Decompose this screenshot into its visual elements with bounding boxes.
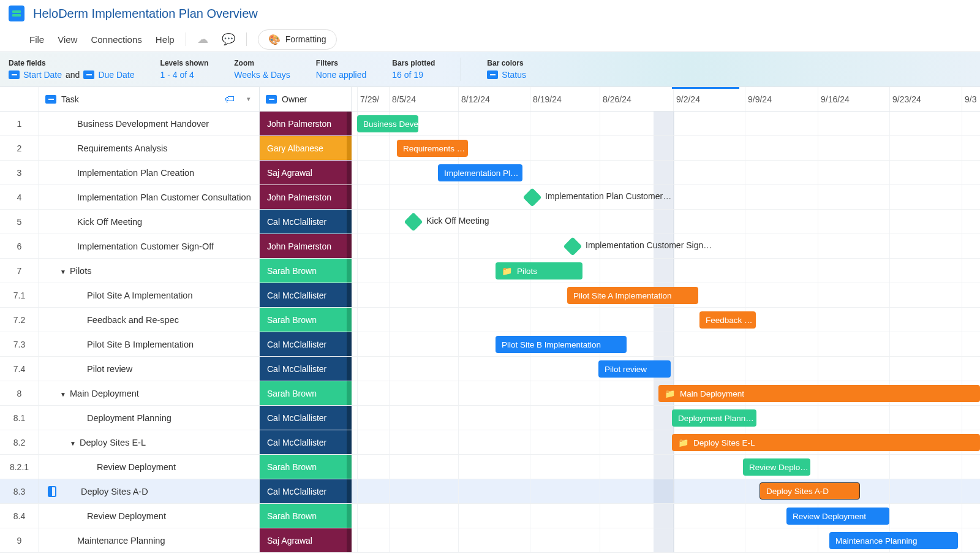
- timeline-cell[interactable]: Implementation Plan Customer…: [352, 185, 980, 209]
- expand-caret-icon[interactable]: ▼: [60, 268, 66, 275]
- timeline-cell[interactable]: Review Deplo…: [352, 455, 980, 479]
- task-cell[interactable]: Feedback and Re-spec: [39, 308, 260, 332]
- timeline-cell[interactable]: 📁Deploy Sites E-L: [352, 430, 980, 454]
- task-cell[interactable]: Requirements Analysis: [39, 136, 260, 160]
- gantt-bar[interactable]: Deployment Plann…: [672, 409, 756, 427]
- row[interactable]: 7▼PilotsSarah Brown📁Pilots: [0, 259, 980, 283]
- timeline-cell[interactable]: 📁Main Deployment: [352, 381, 980, 405]
- owner-cell[interactable]: Sarah Brown: [260, 381, 352, 405]
- gantt-bar[interactable]: Pilot review: [598, 360, 671, 378]
- gantt-bar[interactable]: Review Deplo…: [743, 458, 810, 476]
- owner-cell[interactable]: Sarah Brown: [260, 455, 352, 479]
- chat-icon[interactable]: 💬: [222, 32, 235, 46]
- owner-cell[interactable]: John Palmerston: [260, 112, 352, 135]
- tb-bars[interactable]: Bars plotted 16 of 19: [392, 59, 435, 80]
- gantt-bar[interactable]: Requirements …: [397, 140, 468, 157]
- row[interactable]: 5Kick Off MeetingCal McClallisterKick Of…: [0, 210, 980, 234]
- owner-cell[interactable]: John Palmerston: [260, 185, 352, 209]
- row[interactable]: 8▼Main DeploymentSarah Brown📁Main Deploy…: [0, 381, 980, 406]
- row[interactable]: 4Implementation Plan Customer Consultati…: [0, 185, 980, 210]
- timeline-cell[interactable]: Requirements …: [352, 136, 980, 160]
- owner-cell[interactable]: Sarah Brown: [260, 259, 352, 283]
- task-cell[interactable]: Business Development Handover: [39, 112, 260, 135]
- timeline-cell[interactable]: Business Deve…: [352, 112, 980, 135]
- timeline-cell[interactable]: Pilot Site A Implementation: [352, 283, 980, 307]
- timeline-cell[interactable]: Implementation Customer Sign…: [352, 234, 980, 258]
- tb-zoom[interactable]: Zoom Weeks & Days: [234, 59, 290, 80]
- tb-bar-colors[interactable]: Bar colors Status: [487, 59, 526, 80]
- gantt-bar[interactable]: Pilot Site A Implementation: [567, 287, 698, 304]
- task-cell[interactable]: Deploy Sites A-D: [39, 479, 260, 503]
- menu-file[interactable]: File: [29, 34, 44, 45]
- gantt-bar[interactable]: Implementation Pl…: [438, 164, 522, 181]
- gantt-bar[interactable]: 📁Pilots: [496, 262, 582, 280]
- task-cell[interactable]: Implementation Plan Creation: [39, 161, 260, 184]
- formatting-button[interactable]: 🎨 Formatting: [258, 29, 337, 50]
- row[interactable]: 6Implementation Customer Sign-OffJohn Pa…: [0, 234, 980, 259]
- task-cell[interactable]: ▼Pilots: [39, 259, 260, 283]
- timeline-cell[interactable]: Maintenance Planning: [352, 528, 980, 552]
- owner-cell[interactable]: Cal McClallister: [260, 357, 352, 381]
- row[interactable]: 9Maintenance PlanningSaj AgrawalMaintena…: [0, 528, 980, 553]
- timeline-cell[interactable]: Feedback …: [352, 308, 980, 332]
- tb-levels[interactable]: Levels shown 1 - 4 of 4: [160, 59, 209, 80]
- owner-cell[interactable]: Saj Agrawal: [260, 161, 352, 184]
- gantt-bar[interactable]: Feedback …: [699, 311, 756, 329]
- owner-cell[interactable]: Cal McClallister: [260, 210, 352, 234]
- owner-cell[interactable]: Cal McClallister: [260, 406, 352, 430]
- row[interactable]: 3Implementation Plan CreationSaj Agrawal…: [0, 161, 980, 185]
- row[interactable]: 7.1Pilot Site A ImplementationCal McClal…: [0, 283, 980, 308]
- gantt-bar[interactable]: 📁Deploy Sites E-L: [672, 434, 980, 451]
- task-cell[interactable]: Implementation Customer Sign-Off: [39, 234, 260, 258]
- gantt-bar[interactable]: Pilot Site B Implementation: [496, 336, 627, 353]
- timeline-cell[interactable]: Implementation Pl…: [352, 161, 980, 184]
- dropdown-icon[interactable]: ▾: [247, 95, 251, 103]
- cloud-icon[interactable]: ☁: [197, 32, 208, 46]
- timeline-cell[interactable]: Deploy Sites A-D: [352, 479, 980, 503]
- gantt-bar[interactable]: 📁Main Deployment: [658, 385, 980, 402]
- milestone-diamond[interactable]: [522, 188, 541, 207]
- task-cell[interactable]: Pilot review: [39, 357, 260, 381]
- tb-date-fields[interactable]: Date fields Start Date and Due Date: [9, 59, 135, 80]
- task-cell[interactable]: Maintenance Planning: [39, 528, 260, 552]
- gantt-bar[interactable]: Maintenance Planning: [829, 532, 958, 549]
- task-cell[interactable]: Pilot Site A Implementation: [39, 283, 260, 307]
- row[interactable]: 2Requirements AnalysisGary AlbaneseRequi…: [0, 136, 980, 161]
- task-cell[interactable]: ▼Main Deployment: [39, 381, 260, 405]
- milestone-diamond[interactable]: [563, 237, 582, 256]
- col-owner-header[interactable]: Owner: [260, 87, 352, 111]
- task-cell[interactable]: Kick Off Meeting: [39, 210, 260, 234]
- task-cell[interactable]: Review Deployment: [39, 455, 260, 479]
- owner-cell[interactable]: Cal McClallister: [260, 283, 352, 307]
- tb-filters[interactable]: Filters None applied: [316, 59, 367, 80]
- menu-connections[interactable]: Connections: [91, 34, 141, 45]
- row[interactable]: 7.3Pilot Site B ImplementationCal McClal…: [0, 332, 980, 357]
- row[interactable]: 8.3Deploy Sites A-DCal McClallisterDeplo…: [0, 479, 980, 504]
- milestone-diamond[interactable]: [404, 212, 423, 231]
- owner-cell[interactable]: Gary Albanese: [260, 136, 352, 160]
- timeline-header[interactable]: 7/29/8/5/248/12/248/19/248/26/249/2/249/…: [352, 87, 980, 111]
- timeline-cell[interactable]: 📁Pilots: [352, 259, 980, 283]
- expand-caret-icon[interactable]: ▼: [60, 391, 66, 398]
- row[interactable]: 8.2.1Review DeploymentSarah BrownReview …: [0, 455, 980, 479]
- task-cell[interactable]: Deployment Planning: [39, 406, 260, 430]
- owner-cell[interactable]: Sarah Brown: [260, 308, 352, 332]
- row[interactable]: 1Business Development HandoverJohn Palme…: [0, 112, 980, 136]
- owner-cell[interactable]: Cal McClallister: [260, 332, 352, 356]
- menu-help[interactable]: Help: [156, 34, 175, 45]
- owner-cell[interactable]: Cal McClallister: [260, 430, 352, 454]
- timeline-cell[interactable]: Deployment Plann…: [352, 406, 980, 430]
- expand-caret-icon[interactable]: ▼: [70, 440, 76, 447]
- task-cell[interactable]: Pilot Site B Implementation: [39, 332, 260, 356]
- timeline-cell[interactable]: Pilot review: [352, 357, 980, 381]
- task-cell[interactable]: Review Deployment: [39, 504, 260, 528]
- owner-cell[interactable]: John Palmerston: [260, 234, 352, 258]
- owner-cell[interactable]: Sarah Brown: [260, 504, 352, 528]
- task-cell[interactable]: Implementation Plan Customer Consultatio…: [39, 185, 260, 209]
- gantt-bar[interactable]: Deploy Sites A-D: [760, 482, 860, 500]
- owner-cell[interactable]: Saj Agrawal: [260, 528, 352, 552]
- timeline-cell[interactable]: Kick Off Meeting: [352, 210, 980, 234]
- row[interactable]: 7.4Pilot reviewCal McClallisterPilot rev…: [0, 357, 980, 381]
- row[interactable]: 8.1Deployment PlanningCal McClallisterDe…: [0, 406, 980, 430]
- task-cell[interactable]: ▼Deploy Sites E-L: [39, 430, 260, 454]
